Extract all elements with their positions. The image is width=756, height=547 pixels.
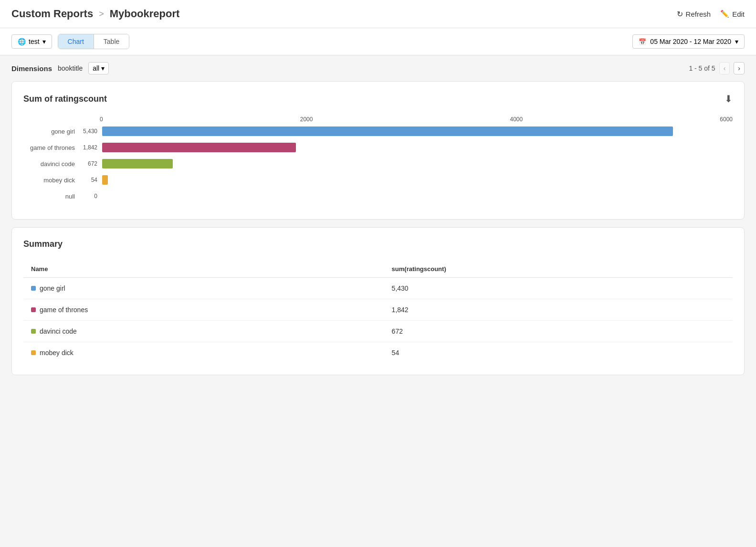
summary-card-header: Summary: [23, 239, 733, 249]
view-tabs: Chart Table: [58, 34, 130, 49]
next-page-button[interactable]: ›: [734, 62, 745, 74]
refresh-icon: ↻: [677, 10, 683, 19]
main-content: Sum of ratingscount ⬇ 0 2000 4000 6000 g…: [0, 81, 756, 394]
prev-page-button[interactable]: ‹: [719, 62, 730, 74]
chart-bar: [102, 159, 173, 168]
chart-bar-area: [102, 191, 733, 201]
summary-value-cell: 5,430: [384, 278, 733, 299]
color-swatch: [31, 307, 36, 312]
edit-icon: [720, 10, 729, 18]
color-swatch: [31, 286, 36, 291]
col-value: sum(ratingscount): [384, 261, 733, 278]
summary-value-cell: 672: [384, 321, 733, 342]
tab-table[interactable]: Table: [94, 34, 129, 49]
summary-name-cell: mobey dick: [23, 342, 384, 364]
chart-row-value: 0: [81, 193, 102, 200]
globe-icon: [18, 38, 26, 45]
dimensions-label: Dimensions: [11, 64, 52, 73]
toolbar-left: test Chart Table: [11, 34, 129, 49]
dimensions-bar: Dimensions booktitle all 1 - 5 of 5 ‹ ›: [0, 55, 756, 81]
table-row: davinci code 672: [23, 321, 733, 342]
color-swatch: [31, 350, 36, 355]
chart-card-header: Sum of ratingscount ⬇: [23, 93, 733, 105]
download-icon: ⬇: [724, 94, 733, 104]
x-label-4000: 4000: [510, 116, 523, 123]
date-range-picker[interactable]: 05 Mar 2020 - 12 Mar 2020: [632, 34, 745, 49]
chart-row-label: game of thrones: [23, 144, 81, 151]
chart-row-value: 5,430: [81, 128, 102, 135]
chart-row: null 0: [23, 191, 733, 201]
summary-value-cell: 54: [384, 342, 733, 364]
chevron-down-icon: [735, 38, 738, 45]
header-actions: ↻ Refresh Edit: [677, 10, 745, 19]
summary-name-cell: game of thrones: [23, 299, 384, 321]
row-name: game of thrones: [40, 306, 88, 314]
breadcrumb-separator: >: [99, 9, 104, 19]
calendar-icon: [639, 38, 646, 45]
table-row: game of thrones 1,842: [23, 299, 733, 321]
chart-bar-area: [102, 175, 733, 185]
chart-bar-area: [102, 159, 733, 168]
prev-icon: ‹: [724, 64, 726, 72]
tab-chart[interactable]: Chart: [58, 34, 94, 49]
refresh-button[interactable]: ↻ Refresh: [677, 10, 711, 19]
custom-reports-title: Custom Reports: [11, 8, 93, 20]
dimension-field: booktitle: [58, 64, 83, 72]
dimension-filter-button[interactable]: all: [88, 62, 109, 74]
table-row: mobey dick 54: [23, 342, 733, 364]
chart-row: gone girl 5,430: [23, 126, 733, 136]
header: Custom Reports > Mybookreport ↻ Refresh …: [0, 0, 756, 28]
chart-bar: [102, 126, 673, 136]
color-swatch: [31, 329, 36, 334]
row-name: gone girl: [40, 284, 65, 292]
chart-card: Sum of ratingscount ⬇ 0 2000 4000 6000 g…: [11, 81, 745, 220]
summary-card: Summary Name sum(ratingscount) gone girl…: [11, 227, 745, 375]
pagination-info: 1 - 5 of 5: [689, 64, 715, 72]
chart-row-label: mobey dick: [23, 177, 81, 184]
report-name-title: Mybookreport: [110, 8, 180, 20]
chart-row-value: 54: [81, 177, 102, 183]
breadcrumb: Custom Reports > Mybookreport: [11, 8, 179, 20]
chart-row-value: 672: [81, 160, 102, 167]
toolbar: test Chart Table 05 Mar 2020 - 12 Mar 20…: [0, 28, 756, 55]
chart-row: game of thrones 1,842: [23, 143, 733, 152]
summary-title: Summary: [23, 239, 63, 249]
pagination: 1 - 5 of 5 ‹ ›: [689, 62, 745, 74]
x-label-6000: 6000: [720, 116, 733, 123]
row-name: davinci code: [40, 327, 77, 335]
chart-title: Sum of ratingscount: [23, 94, 107, 104]
chart-x-axis: 0 2000 4000 6000: [23, 116, 733, 123]
summary-value-cell: 1,842: [384, 299, 733, 321]
next-icon: ›: [738, 64, 740, 72]
table-row: gone girl 5,430: [23, 278, 733, 299]
row-name: mobey dick: [40, 349, 74, 357]
edit-button[interactable]: Edit: [720, 10, 745, 18]
summary-name-cell: gone girl: [23, 278, 384, 299]
test-selector-button[interactable]: test: [11, 34, 52, 49]
chart-bar-area: [102, 143, 733, 152]
summary-table: Name sum(ratingscount) gone girl 5,430 g…: [23, 261, 733, 363]
download-button[interactable]: ⬇: [724, 93, 733, 105]
chart-area: 0 2000 4000 6000 gone girl 5,430 game of…: [23, 116, 733, 201]
x-label-0: 0: [100, 116, 103, 123]
summary-name-cell: davinci code: [23, 321, 384, 342]
chart-row-label: gone girl: [23, 128, 81, 135]
chevron-down-icon: [42, 38, 46, 45]
chart-row: davinci code 672: [23, 159, 733, 168]
chart-row: mobey dick 54: [23, 175, 733, 185]
chart-bar: [102, 175, 108, 185]
chart-bar-area: [102, 126, 733, 136]
chart-row-label: davinci code: [23, 160, 81, 168]
chart-bars: gone girl 5,430 game of thrones 1,842 da…: [23, 126, 733, 201]
x-label-2000: 2000: [300, 116, 313, 123]
chart-row-label: null: [23, 193, 81, 200]
chart-row-value: 1,842: [81, 144, 102, 151]
chevron-down-icon: [101, 64, 105, 72]
chart-bar: [102, 143, 296, 152]
dimensions-left: Dimensions booktitle all: [11, 62, 109, 74]
col-name: Name: [23, 261, 384, 278]
